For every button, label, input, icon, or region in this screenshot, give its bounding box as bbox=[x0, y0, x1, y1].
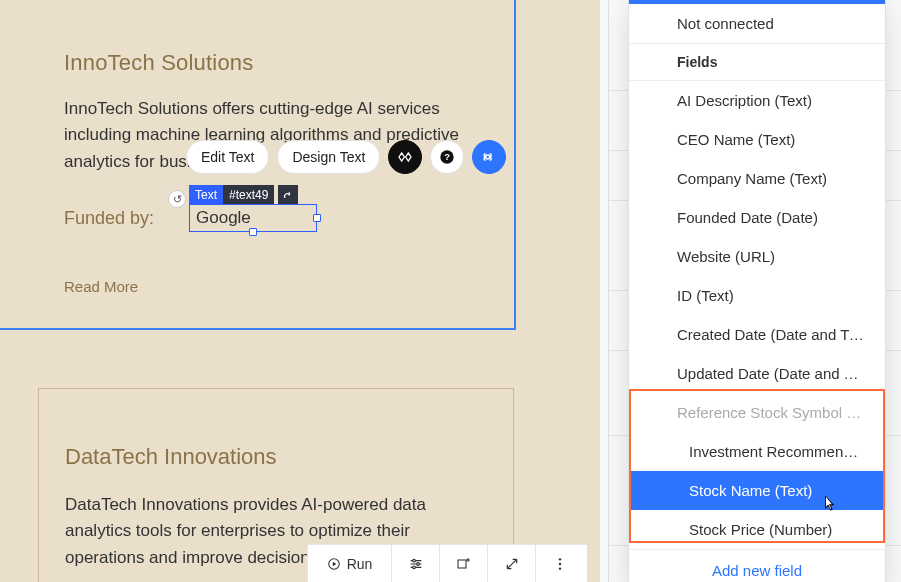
selected-text-element[interactable]: Google bbox=[189, 204, 317, 232]
run-button-label: Run bbox=[347, 556, 373, 572]
svg-point-7 bbox=[559, 558, 561, 560]
more-menu-button[interactable] bbox=[536, 545, 584, 582]
design-canvas[interactable]: InnoTech Solutions InnoTech Solutions of… bbox=[0, 0, 600, 582]
svg-point-4 bbox=[416, 562, 419, 565]
canvas-bottom-toolbar: Run bbox=[307, 544, 587, 582]
dropdown-add-new-field[interactable]: Add new field bbox=[629, 549, 885, 582]
svg-point-3 bbox=[412, 559, 415, 562]
dropdown-item-ref-field[interactable]: Investment Recommendatio… bbox=[629, 432, 885, 471]
dropdown-item-field[interactable]: Website (URL) bbox=[629, 237, 885, 276]
dropdown-group-reference: Reference Stock Symbol (… bbox=[629, 393, 885, 432]
dropdown-item-field[interactable]: AI Description (Text) bbox=[629, 81, 885, 120]
svg-point-8 bbox=[559, 562, 561, 564]
element-type-badge: Text bbox=[189, 185, 223, 205]
help-button[interactable]: ? bbox=[430, 140, 464, 174]
dropdown-section-fields: Fields bbox=[629, 43, 885, 81]
edit-text-button[interactable]: Edit Text bbox=[186, 140, 269, 174]
svg-text:?: ? bbox=[444, 152, 450, 162]
resize-handle-east[interactable] bbox=[313, 214, 321, 222]
dropdown-item-field[interactable]: ID (Text) bbox=[629, 276, 885, 315]
run-button[interactable]: Run bbox=[308, 545, 392, 582]
connect-field-dropdown: Not connected Fields AI Description (Tex… bbox=[628, 0, 886, 582]
settings-sliders-button[interactable] bbox=[392, 545, 440, 582]
dropdown-item-not-connected[interactable]: Not connected bbox=[629, 4, 885, 43]
animation-button[interactable] bbox=[388, 140, 422, 174]
connect-data-button[interactable] bbox=[472, 140, 506, 174]
resize-handle-south[interactable] bbox=[249, 228, 257, 236]
funded-by-label: Funded by: bbox=[64, 208, 154, 229]
element-context-toolbar: Edit Text Design Text ? bbox=[186, 140, 506, 174]
dropdown-item-ref-field[interactable]: Stock Price (Number) bbox=[629, 510, 885, 549]
dropdown-item-field[interactable]: CEO Name (Text) bbox=[629, 120, 885, 159]
dropdown-item-field[interactable]: Founded Date (Date) bbox=[629, 198, 885, 237]
revert-icon[interactable]: ↺ bbox=[168, 190, 186, 208]
dropdown-item-field[interactable]: Company Name (Text) bbox=[629, 159, 885, 198]
svg-point-5 bbox=[412, 566, 415, 569]
panel-divider bbox=[608, 0, 609, 582]
add-dataset-button[interactable] bbox=[440, 545, 488, 582]
element-tag-row: Text #text49 bbox=[189, 185, 298, 205]
element-id-badge: #text49 bbox=[223, 185, 274, 205]
dropdown-item-field[interactable]: Updated Date (Date and Ti… bbox=[629, 354, 885, 393]
expand-button[interactable] bbox=[488, 545, 536, 582]
svg-point-9 bbox=[559, 567, 561, 569]
selected-text-value: Google bbox=[196, 208, 251, 228]
data-bound-icon[interactable] bbox=[278, 185, 298, 205]
dropdown-item-field[interactable]: Created Date (Date and Ti… bbox=[629, 315, 885, 354]
card-title: InnoTech Solutions bbox=[64, 50, 462, 76]
design-text-button[interactable]: Design Text bbox=[277, 140, 380, 174]
dropdown-item-ref-field-selected[interactable]: Stock Name (Text) bbox=[629, 471, 885, 510]
card-title: DataTech Innovations bbox=[65, 444, 487, 470]
read-more-link[interactable]: Read More bbox=[64, 278, 138, 295]
svg-rect-6 bbox=[458, 560, 466, 568]
